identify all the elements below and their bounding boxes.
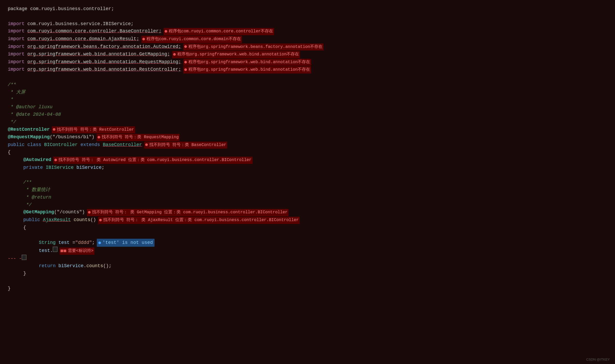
warning-badge-test: 'test' is not used <box>97 239 154 247</box>
error-dot-5 <box>184 61 187 63</box>
error-dot-double <box>61 250 66 252</box>
line-package: package com.ruoyi.business.controller; <box>8 5 607 13</box>
error-dot-1 <box>165 30 167 33</box>
error-badge-6: 程序包org.springframework.web.bind.annotati… <box>183 66 311 74</box>
line-field: private IBIService biService; <box>8 164 607 171</box>
error-badge-getmap: 找不到符号 符号： 类 GetMapping 位置：类 com.ruoyi.bu… <box>87 209 289 216</box>
line-import-2: import com.ruoyi.common.core.controller.… <box>8 27 607 35</box>
line-autowired: @Autowired 找不到符号 符号： 类 Autowired 位置：类 co… <box>8 156 607 164</box>
line-blank-3 <box>8 171 607 179</box>
line-mcomment-2: * 数量统计 <box>8 186 607 194</box>
line-import-4: import org.springframework.beans.factory… <box>8 43 607 51</box>
line-import-7: import org.springframework.web.bind.anno… <box>8 66 607 74</box>
error-dot-autowired <box>54 159 57 161</box>
line-class-decl: public class BIController extends BaseCo… <box>8 141 607 149</box>
error-badge-1: 程序包com.ruoyi.common.core.controller不存在 <box>164 28 274 35</box>
error-badge-2: 程序包com.ruoyi.common.core.domain不存在 <box>141 36 242 43</box>
error-badge-3: 程序包org.springframework.beans.factory.ann… <box>183 43 324 51</box>
error-dot-class <box>145 143 148 146</box>
error-badge-4: 程序包org.springframework.web.bind.annotati… <box>172 51 300 58</box>
line-comment-1: /** <box>8 81 607 89</box>
line-import-6: import org.springframework.web.bind.anno… <box>8 58 607 66</box>
line-string-test: String test ="dddd"; 'test' is not used <box>8 239 607 247</box>
line-close-class: } <box>8 285 607 292</box>
line-comment-2: * 大屏 <box>8 89 607 96</box>
line-mcomment-3: * @return <box>8 194 607 201</box>
error-badge-class: 找不到符号 符号：类 BaseController <box>144 142 228 149</box>
line-comment-6: */ <box>8 118 607 126</box>
watermark: CSDN @ITKEY <box>586 358 610 361</box>
error-badge-5: 程序包org.springframework.web.bind.annotati… <box>183 59 311 66</box>
line-import-5: import org.springframework.web.bind.anno… <box>8 50 607 58</box>
line-diff-minus: --- - <box>8 255 607 263</box>
line-mcomment-4: */ <box>8 201 607 209</box>
line-comment-5: * @date 2024-04-08 <box>8 111 607 118</box>
line-mcomment-1: /** <box>8 179 607 186</box>
error-dot-4 <box>173 53 176 56</box>
line-rest-controller: @RestController 找不到符号 符号：类 RestControlle… <box>8 126 607 134</box>
line-comment-3: * <box>8 96 607 103</box>
cursor-box <box>53 247 57 252</box>
error-dot-3 <box>184 45 187 48</box>
line-return: return biService.counts(); <box>8 262 607 270</box>
diff-cursor <box>22 255 26 260</box>
line-blank-4 <box>8 231 607 239</box>
code-editor: package com.ruoyi.business.controller; i… <box>8 5 607 292</box>
line-get-mapping: @GetMapping("/counts") 找不到符号 符号： 类 GetMa… <box>8 208 607 216</box>
error-dot-getmap <box>88 211 91 214</box>
line-blank-5 <box>8 277 607 285</box>
line-request-mapping: @RequestMapping("/business/bi") 找不到符号 符号… <box>8 133 607 141</box>
line-import-3: import com.ruoyi.common.core.domain.Ajax… <box>8 35 607 43</box>
line-comment-4: * @author liuxu <box>8 103 607 111</box>
error-badge-test-dot: 需要<标识符> <box>60 247 94 255</box>
error-badge-autowired: 找不到符号 符号： 类 Autowired 位置：类 com.ruoyi.bus… <box>53 157 253 164</box>
line-test-dot: test. 需要<标识符> <box>8 247 607 255</box>
error-dot-ajax <box>99 219 102 221</box>
error-dot-6 <box>184 68 187 71</box>
line-open-brace-method: { <box>8 224 607 231</box>
line-close-method: } <box>8 270 607 277</box>
line-open-brace-class: { <box>8 149 607 156</box>
line-import-1: import com.ruoyi.business.service.IBISer… <box>8 20 607 28</box>
line-blank-2 <box>8 74 607 81</box>
line-method-decl: public AjaxResult counts() 找不到符号 符号： 类 A… <box>8 216 607 224</box>
error-badge-rest: 找不到符号 符号：类 RestController <box>52 126 135 134</box>
error-dot-reqmap <box>98 136 100 139</box>
error-dot-2 <box>142 38 145 40</box>
error-badge-ajax: 找不到符号 符号： 类 AjaxResult 位置：类 com.ruoyi.bu… <box>98 217 300 224</box>
info-dot-test <box>98 242 101 244</box>
line-blank <box>8 13 607 20</box>
error-badge-reqmap: 找不到符号 符号：类 RequestMapping <box>97 134 180 141</box>
error-dot-rest <box>53 128 55 131</box>
